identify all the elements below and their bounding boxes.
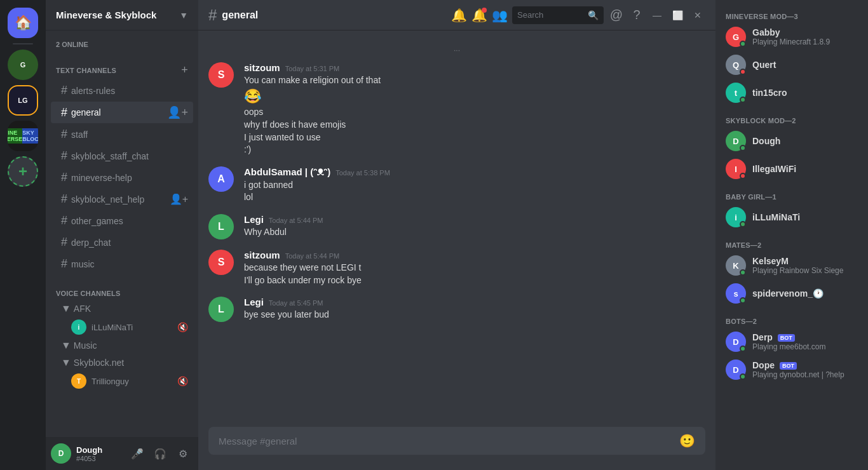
voice-member-illuminati[interactable]: i iLLuMiNaTi 🔇 xyxy=(51,318,193,337)
channel-item-skyblock-net-help[interactable]: # skyblock_net_help 👤+ xyxy=(51,189,193,210)
member-item-gabby[interactable]: G Gabby Playing Minecraft 1.8.9 xyxy=(721,23,863,51)
user-panel-tag: #4053 xyxy=(76,455,122,462)
bell-alert-icon[interactable]: 🔔 xyxy=(471,8,487,23)
server-icon-home[interactable]: 🏠 xyxy=(8,8,38,38)
message-content-1: sitzoum Today at 5:31 PM You can make a … xyxy=(244,62,705,156)
channel-sidebar: Mineverse & Skyblock ▼ 2 ONLINE TEXT CHA… xyxy=(46,0,198,470)
channel-item-skyblock-staff-chat[interactable]: # skyblock_staff_chat xyxy=(51,145,193,166)
voice-channel-skyblock[interactable]: ▼ Skyblock.net xyxy=(51,354,193,371)
member-name-dope: Dope BOT xyxy=(752,360,858,370)
member-item-quert[interactable]: Q Quert xyxy=(721,51,863,79)
message-timestamp-4: Today at 5:44 PM xyxy=(285,252,340,260)
member-status-illegalwifi xyxy=(740,173,746,179)
microphone-button[interactable]: 🎤 xyxy=(127,443,147,464)
message-author-2: AbdulSamad | (ᵔᴥᵔ) xyxy=(244,166,330,178)
scroll-indicator: ··· xyxy=(198,41,715,60)
voice-channel-afk[interactable]: ▼ AFK xyxy=(51,300,193,317)
member-status-spidervenom xyxy=(740,297,746,304)
member-status-dope xyxy=(740,373,746,380)
member-item-illuminati[interactable]: i iLLuMiNaTi xyxy=(721,203,863,231)
user-panel-actions: 🎤 🎧 ⚙ xyxy=(127,443,193,464)
channel-item-staff[interactable]: # staff xyxy=(51,124,193,145)
invite-icon[interactable]: 👤+ xyxy=(167,105,188,119)
message-group-1: S sitzoum Today at 5:31 PM You can make … xyxy=(198,60,715,159)
search-input[interactable] xyxy=(517,10,585,20)
message-content-3: Legi Today at 5:44 PM Why Abdul xyxy=(244,214,705,239)
member-item-dope[interactable]: D Dope BOT Playing dynobot.net | ?help xyxy=(721,356,863,384)
members-section-mates: MATES—2 xyxy=(721,231,863,252)
message-input[interactable] xyxy=(219,436,679,446)
member-item-kelseym[interactable]: K KelseyM Playing Rainbow Six Siege xyxy=(721,252,863,279)
user-panel: D Dough #4053 🎤 🎧 ⚙ xyxy=(46,437,198,470)
members-section-bots: BOTS—2 xyxy=(721,307,863,328)
channel-item-music[interactable]: # music xyxy=(51,253,193,274)
user-panel-avatar: D xyxy=(51,443,71,464)
add-server-button[interactable]: + xyxy=(8,156,38,187)
server-name: Mineverse & Skyblock xyxy=(56,10,156,20)
mute-icon: 🔇 xyxy=(177,322,188,332)
channel-item-derp-chat[interactable]: # derp_chat xyxy=(51,232,193,253)
avatar-sitzoum-1: S xyxy=(208,62,234,88)
add-channel-icon[interactable]: + xyxy=(181,64,188,77)
channel-item-alerts-rules[interactable]: # alerts-rules xyxy=(51,80,193,101)
headset-button[interactable]: 🎧 xyxy=(150,443,170,464)
add-channel-icon-2[interactable]: 👤+ xyxy=(170,193,188,205)
member-subtext-dope: Playing dynobot.net | ?help xyxy=(752,370,858,379)
chat-header: # general 🔔 🔔 👥 🔍 @ ? — ⬜ ✕ xyxy=(198,0,715,30)
bell-icon[interactable]: 🔔 xyxy=(451,8,466,23)
server-header[interactable]: Mineverse & Skyblock ▼ xyxy=(46,0,198,30)
member-item-spidervenom[interactable]: s spidervenom_🕐 xyxy=(721,279,863,307)
text-channels-header[interactable]: TEXT CHANNELS + xyxy=(46,53,198,79)
server-icon-mineverse[interactable]: MINEVERSE SKYBLOCK xyxy=(8,121,38,151)
channel-header-name: general xyxy=(222,10,258,21)
member-item-dough[interactable]: D Dough xyxy=(721,127,863,155)
member-name-dough: Dough xyxy=(752,136,858,146)
message-text-4-2: I'll go back under my rock bye xyxy=(244,274,705,287)
member-name-quert: Quert xyxy=(752,60,858,70)
members-sidebar: MINEVERSE MOD—3 G Gabby Playing Minecraf… xyxy=(715,0,868,470)
message-timestamp-3: Today at 5:44 PM xyxy=(269,217,323,224)
message-text-5-1: bye see you later bud xyxy=(244,309,705,321)
message-text-2-1: i got banned xyxy=(244,179,705,192)
maximize-icon[interactable]: ⬜ xyxy=(670,8,685,23)
message-group-4: S sitzoum Today at 5:44 PM because they … xyxy=(198,247,715,289)
server-icon-lg[interactable]: LG xyxy=(8,85,38,116)
member-name-tin15cro: tin15cro xyxy=(752,88,858,98)
emoji-picker-icon[interactable]: 🙂 xyxy=(679,433,695,448)
minimize-icon[interactable]: — xyxy=(649,8,665,23)
settings-button[interactable]: ⚙ xyxy=(173,443,193,464)
channel-list: 2 ONLINE TEXT CHANNELS + # alerts-rules … xyxy=(46,30,198,437)
message-author-1: sitzoum xyxy=(244,62,280,73)
voice-channel-music[interactable]: ▼ Music xyxy=(51,337,193,354)
search-bar[interactable]: 🔍 xyxy=(512,6,604,24)
help-icon[interactable]: ? xyxy=(629,8,644,23)
message-input-area: 🙂 xyxy=(198,427,715,470)
close-icon[interactable]: ✕ xyxy=(690,8,705,23)
at-icon[interactable]: @ xyxy=(609,8,624,23)
member-item-tin15cro[interactable]: t tin15cro xyxy=(721,79,863,107)
members-icon[interactable]: 👥 xyxy=(492,8,507,23)
member-name-kelseym: KelseyM xyxy=(752,256,858,266)
member-item-illegalwifi[interactable]: I IllegaIWiFi xyxy=(721,155,863,183)
voice-channels-header[interactable]: VOICE CHANNELS xyxy=(46,279,198,300)
avatar-legi-2: L xyxy=(208,297,234,322)
message-content-4: sitzoum Today at 5:44 PM because they we… xyxy=(244,250,705,286)
search-icon: 🔍 xyxy=(588,10,599,20)
message-group-3: L Legi Today at 5:44 PM Why Abdul xyxy=(198,211,715,242)
voice-member-trillionguy[interactable]: T Trillionguy 🔇 xyxy=(51,372,193,391)
member-item-derp[interactable]: D Derp BOT Playing mee6bot.com xyxy=(721,328,863,356)
channel-item-general[interactable]: # general 👤+ xyxy=(51,102,193,123)
voice-member-avatar-trillionguy: T xyxy=(71,373,86,389)
channel-item-mineverse-help[interactable]: # mineverse-help xyxy=(51,167,193,188)
server-icon-goncraft[interactable]: G xyxy=(8,50,38,80)
avatar-sitzoum-2: S xyxy=(208,250,234,275)
message-text-1-1: You can make a religion out of that xyxy=(244,74,705,87)
member-subtext-derp: Playing mee6bot.com xyxy=(752,342,858,351)
member-name-spidervenom: spidervenom_🕐 xyxy=(752,288,858,299)
member-name-illegalwifi: IllegaIWiFi xyxy=(752,164,858,174)
message-content-2: AbdulSamad | (ᵔᴥᵔ) Today at 5:38 PM i go… xyxy=(244,166,705,204)
user-panel-name: Dough xyxy=(76,445,122,455)
channel-item-other-games[interactable]: # other_games xyxy=(51,210,193,231)
member-name-illuminati: iLLuMiNaTi xyxy=(752,212,858,222)
member-status-dough xyxy=(740,145,746,151)
